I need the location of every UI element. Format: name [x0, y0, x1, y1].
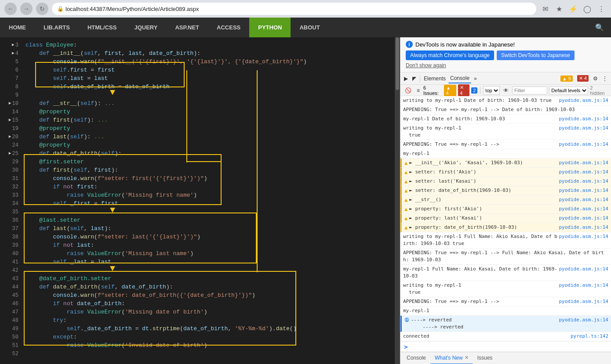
nav-python[interactable]: PYTHON [249, 18, 291, 37]
bookmark-icon[interactable]: ★ [554, 4, 564, 14]
bottom-tab-whatsnew[interactable]: What's New ✕ [430, 352, 473, 364]
code-line-50: except: [25, 333, 395, 341]
code-line-42 [25, 266, 395, 274]
ln-33: 33 [0, 191, 22, 199]
close-whatsnew-icon[interactable]: ✕ [465, 355, 469, 360]
share-icon[interactable]: ✉ [540, 4, 550, 14]
code-line-38: console.warn(f"setter: last('{'{last}'}'… [25, 233, 395, 241]
console-link-17[interactable]: pyodide.asm.js:14 [559, 266, 608, 273]
bottom-tab-console[interactable]: Console [402, 352, 430, 364]
dont-show-again-button[interactable]: Don't show again [406, 62, 446, 68]
console-link-4[interactable]: pyodide.asm.js:14 [559, 125, 608, 132]
console-link-1[interactable]: pyodide.asm.js:14 [559, 97, 608, 104]
match-language-button[interactable]: Always match Chrome's language [406, 50, 494, 60]
console-link-8[interactable]: pyodide.asm.js:14 [559, 169, 608, 176]
search-icon[interactable]: 🔍 [588, 18, 611, 37]
warn-badge[interactable]: ▲ 9 [559, 74, 575, 83]
clear-console-icon[interactable]: 🚫 [403, 86, 413, 95]
console-link-3[interactable]: pyodide.asm.js:14 [559, 115, 608, 123]
code-line-52 [25, 350, 395, 358]
err-badge[interactable]: ✕ 4 [575, 74, 590, 83]
ln-30: 30 [0, 166, 22, 174]
toolbar-separator-1 [420, 75, 420, 82]
context-select[interactable]: top [483, 86, 500, 95]
console-output[interactable]: writing to my-repl-1 Date of birth: 1969… [400, 96, 611, 352]
nav-about[interactable]: ABOUT [291, 18, 328, 37]
extensions-icon[interactable]: ⚡ [568, 4, 578, 14]
code-line-10: def __str__(self): ... [25, 99, 395, 108]
filter-input[interactable] [512, 86, 547, 94]
ln-24: 24 [0, 141, 22, 149]
console-link-14[interactable]: pyodide.asm.js:14 [559, 224, 608, 231]
warn-icon-13: ▲ [404, 215, 407, 222]
devtools-panel: i DevTools is now available in Japanese!… [400, 37, 611, 364]
nav-libarts[interactable]: LIB.ARTS [35, 18, 79, 37]
code-line-29: @first.setter [25, 158, 395, 166]
address-bar[interactable]: 🔒 localhost:44387/Menu/Python/Article/Ar… [52, 3, 536, 15]
filter-icon[interactable]: ≡ [415, 86, 422, 95]
console-link-9[interactable]: pyodide.asm.js:14 [559, 178, 608, 185]
tab-elements[interactable]: Elements [422, 74, 447, 83]
ln-36: 36 [0, 216, 22, 224]
console-link-reverted[interactable]: pyodide.asm.js:14 [559, 317, 608, 324]
prompt-row[interactable]: > [400, 341, 611, 352]
console-row-14: ▲ ► property: date_of_birth(1969-10-03) … [400, 223, 611, 232]
ln-43: 43 [0, 274, 22, 283]
console-msg-9: ► setter: last('Kasai') [409, 178, 559, 185]
ln-38: 38 [0, 233, 22, 241]
back-button[interactable]: ← [4, 3, 17, 15]
nav-home[interactable]: HOME [0, 18, 35, 37]
code-line-49: self._date_of_birth = dt.strptime(date_o… [25, 324, 395, 333]
ln-29: 29 [0, 158, 22, 166]
forward-button[interactable]: → [20, 3, 33, 15]
console-row-17: my-repl-1 Full Name: Akio Kasai, Date of… [400, 265, 611, 281]
bottom-tab-issues[interactable]: Issues [473, 352, 497, 364]
console-link-5[interactable]: pyodide.asm.js:14 [559, 141, 608, 148]
code-line-41: self._last = last [25, 258, 395, 266]
code-line-39: if not last: [25, 241, 395, 249]
warn-icon-12: ▲ [404, 205, 407, 213]
scrollbar[interactable] [395, 37, 400, 364]
bottom-tab-whatsnew-label: What's New [435, 355, 463, 361]
code-line-24: @property [25, 141, 395, 149]
bottom-tab-issues-label: Issues [477, 355, 493, 361]
console-link-12[interactable]: pyodide.asm.js:14 [559, 205, 608, 213]
device-icon[interactable]: ◤ [411, 74, 418, 83]
code-line-9 [25, 91, 395, 99]
profile-icon[interactable]: ◯ [582, 4, 593, 14]
ln-31: 31 [0, 174, 22, 183]
refresh-button[interactable]: ↻ [36, 3, 48, 15]
ln-10: ►10 [0, 99, 22, 108]
tab-more[interactable]: » [472, 74, 479, 83]
console-input[interactable] [410, 344, 607, 350]
eye-icon[interactable]: 👁 [502, 86, 510, 95]
menu-icon[interactable]: ⋮ [596, 4, 607, 14]
level-select[interactable]: Default levels [549, 86, 588, 94]
switch-japanese-button[interactable]: Switch DevTools to Japanese [497, 50, 575, 60]
nav-htmlcss[interactable]: HTML/CSS [79, 18, 125, 37]
tab-console[interactable]: Console [448, 74, 471, 83]
console-msg-11: ► __str__() [409, 196, 559, 203]
console-link-7[interactable]: pyodide.asm.js:14 [559, 159, 608, 166]
console-link-13[interactable]: pyodide.asm.js:14 [559, 215, 608, 222]
console-link-connected[interactable]: pyrepl.ts:142 [571, 333, 608, 340]
nav-jquery[interactable]: JQUERY [125, 18, 166, 37]
code-line-34: self._first = first [25, 199, 395, 208]
console-row-8: ▲ ► setter: first('Akio') pyodide.asm.js… [400, 168, 611, 177]
code-line-35 [25, 208, 395, 216]
nav-access[interactable]: ACCESS [208, 18, 249, 37]
inspect-icon[interactable]: ▶ [402, 74, 410, 83]
code-line-44: def date_of_birth(self, date_of_birth): [25, 283, 395, 291]
console-link-10[interactable]: pyodide.asm.js:14 [559, 187, 608, 194]
console-msg-8: ► setter: first('Akio') [409, 169, 559, 176]
nav-aspnet[interactable]: ASP.NET [166, 18, 208, 37]
ln-39: 39 [0, 241, 22, 249]
console-link-18[interactable]: pyodide.asm.js:14 [559, 282, 608, 289]
settings-icon[interactable]: ⚙ [591, 74, 600, 83]
scroll-thumb[interactable] [396, 37, 399, 90]
console-link-11[interactable]: pyodide.asm.js:14 [559, 196, 608, 203]
more-options-icon[interactable]: ⋮ [600, 74, 609, 83]
bottom-tab-console-label: Console [407, 355, 426, 361]
console-link-19[interactable]: pyodide.asm.js:14 [559, 298, 608, 305]
console-link-15[interactable]: pyodide.asm.js:14 [559, 233, 608, 240]
